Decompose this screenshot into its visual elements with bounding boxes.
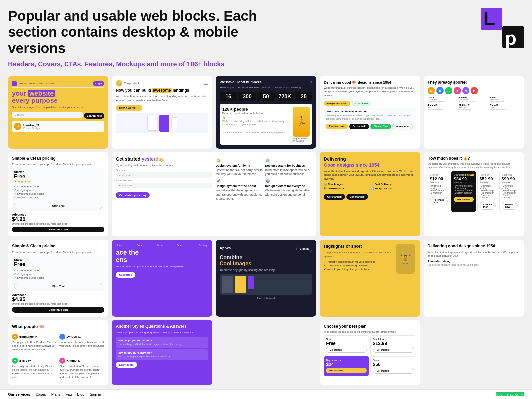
card-headline: ace theens [116,249,208,263]
feature-title: Design system for the boost [216,184,263,188]
desc-text: Perfect for teams... [428,109,458,111]
get-started-yesterday-btn[interactable]: Get started yesterday [116,192,150,198]
feature-title: Design system for business [265,164,312,167]
plan-features: Components driven design system awesome … [14,185,102,199]
number-item: 50 [257,92,275,101]
start-free-btn[interactable]: Start Free [14,203,102,209]
nav-link[interactable]: Menu [37,82,44,85]
grab-btn[interactable]: Grab it now [392,124,413,129]
footer-nav-item[interactable]: Plans [51,392,61,396]
feature: Components driven [14,269,102,272]
learn-more-btn[interactable]: Learn more [116,362,137,368]
get-started-btn-2[interactable]: Get started! [346,194,368,200]
select-plan-btn-2[interactable]: Select this plan [12,307,104,313]
mobile-btn[interactable]: To fit mobile [351,101,372,106]
choose-plan-btn[interactable]: Choose Plan [370,124,391,129]
person-name: Linda T.DesignerGreat product love it... [428,96,458,103]
select-plan-btn[interactable]: Select this plan [12,227,104,232]
feature-list: Affordable pricing Simple price structur… [428,260,520,267]
feature-desc: We believe that being generous and trans… [216,188,263,201]
footer-nav-item[interactable]: Blog [77,392,84,396]
get-started-btn[interactable]: Get started! [349,124,369,129]
feature-icon: 🚀 [216,178,221,184]
role-text: Designer [428,99,458,101]
into-action-btn[interactable]: Into the action → [496,392,524,396]
feature: · Unlimited hosting [454,185,473,187]
purchase-btn[interactable]: Purchase now [430,197,448,205]
feature-boost: 🚀 Design system for the boost We believe… [216,178,263,201]
mock-search-input[interactable]: Search... [12,112,83,118]
card-title: What people 🧠 [12,324,104,330]
feature-item: awesome suites packs [14,192,102,196]
feature-title: Affordable pricing [428,260,520,263]
plan-grid: Starter Free Get started! Small team $12… [324,335,416,376]
desc-text: Amazing results... [490,101,520,103]
feat-title: Fast Delivery [375,183,391,186]
features-grid: 🏠 Design system for living Determine the… [216,158,312,201]
choose-plan-btn[interactable]: Choose Plan [480,202,496,210]
card-title: Combine Cool images [220,255,312,266]
sport-point2: ✔ Sport is a medicine [222,127,290,130]
footer-nav-item[interactable]: Sign in [90,392,101,396]
plan-name: Small team [373,338,414,341]
restyle-btn[interactable]: Restyle this block [324,101,350,106]
role-text: PM [428,106,458,109]
get-started-btn[interactable]: Get started! [454,197,473,202]
get-started-plan-btn[interactable]: Get started! [326,347,367,353]
num-val: 50 [259,94,273,100]
get-started-btn-1[interactable]: Get started! [324,194,345,200]
how-it-works-btn[interactable]: How it works → [116,105,142,111]
plan-price: $24 [326,362,367,367]
feature: · Free storage [502,189,518,192]
subscribe-btn[interactable]: Subscribe [116,272,135,278]
feature-desc: Determine the skill set carry over to th… [216,168,263,176]
card-header-row: 🏠 Theproduct [116,80,208,87]
advanced-price: $4.95 [12,216,104,222]
plan-name: Starter [14,258,102,261]
footer-nav-item[interactable]: Our services [8,392,30,396]
card-question: What is proper formatting for questions … [116,331,208,334]
footer-nav-item[interactable]: Cases [36,392,46,396]
search-btn[interactable]: Search now [84,113,104,119]
sport-headline: 128K people [222,107,290,112]
feature-item: Components driven [14,185,102,188]
card-desc: We're the first multi-purpose design kit… [428,250,520,258]
metric-label: Ranking [291,86,301,89]
firstname-input[interactable]: Your name [116,172,212,178]
plan-price: Free [326,341,367,346]
get-started-plan-btn-3[interactable]: Get started! [373,368,414,374]
start-trial-btn[interactable]: Start Trial [14,283,102,289]
feature-swap: 🔄 Swap The Icon [370,187,416,190]
avatar-1: L [428,87,435,94]
sign-in-btn[interactable]: Sign In [296,246,313,252]
number-item: 300 [238,92,256,101]
testimonial-barry: B Barry W. I am really satisfied with my… [12,358,57,379]
get-our-deal-btn[interactable]: Get our deal [326,368,367,373]
person-names-grid: Linda T.DesignerGreat product love it...… [428,96,520,111]
mock-nav-bar: Home About Menu Contact Login [12,80,104,88]
testimonial-name: Barry W. [19,359,32,362]
card-left: Get started yesterday. Figma landing sys… [116,156,212,203]
nav-link[interactable]: Home [19,82,26,85]
email-input[interactable]: Your e-mail [116,183,212,188]
feature-delivery: ⚡ Fast Delivery [370,183,416,186]
nav-link[interactable]: Contact [46,82,55,85]
mock-screen-3 [248,276,254,289]
get-started-plan-btn-2[interactable]: Get started! [373,347,414,353]
nav-cta-btn[interactable]: Login [93,81,105,86]
grab-btn[interactable]: Grab it now [502,202,518,210]
athlete-caption: Miguel PadillaPro Athlete [293,137,310,142]
metric-label: Awards [261,86,270,89]
card-inner: Get started yesterday. Figma landing sys… [116,156,312,203]
svg-text:L: L [483,8,495,29]
nav-link[interactable]: About [28,82,35,85]
highlight-text: awesome [152,88,172,93]
card-choose-plan: Choose your best plan Keep in mind you c… [320,320,420,385]
feature: awesome suites packs [14,276,102,280]
purchase-btn[interactable]: Purchase now [326,124,348,129]
footer-nav-item[interactable]: Faq [66,392,72,396]
plan-price: Free [14,174,102,180]
plan-price: $12.99 [373,341,414,346]
sport-info: Highlights of sport Components is a way … [324,244,393,274]
card-simple-pricing-top: Simple & Clean pricing Paste some screen… [8,152,108,237]
